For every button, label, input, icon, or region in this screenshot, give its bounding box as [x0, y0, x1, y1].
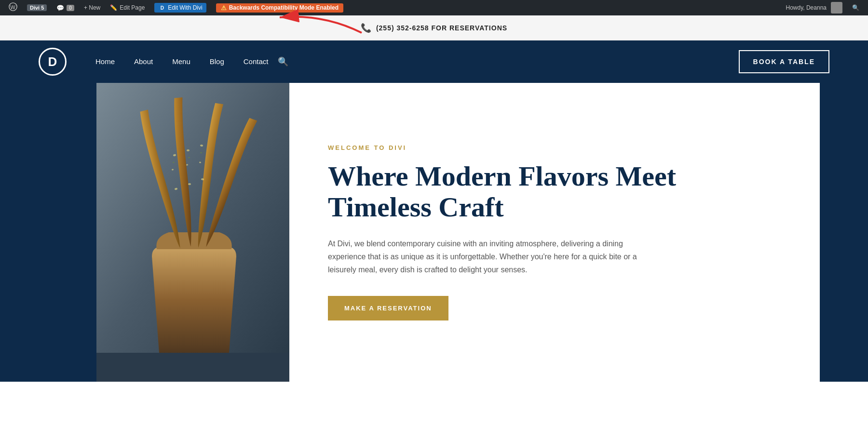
hero-headline: Where Modern Flavors Meet Timeless Craft	[328, 161, 781, 223]
admin-bar: W Divi 5 💬 0 + New ✏️ Edit Page D Edit W…	[0, 0, 868, 15]
nav-link-menu[interactable]: Menu	[172, 57, 190, 66]
nav-item-menu[interactable]: Menu	[172, 57, 190, 66]
divi-d-icon: D	[158, 4, 166, 12]
nav-item-contact[interactable]: Contact	[244, 57, 269, 66]
food-image	[96, 83, 289, 353]
search-admin-item[interactable]: 🔍	[847, 4, 864, 11]
svg-point-15	[188, 157, 190, 158]
edit-with-divi-item[interactable]: D Edit With Divi	[149, 0, 211, 15]
top-info-bar: 📞 (255) 352-6258 FOR RESERVATIONS	[0, 15, 868, 40]
site-logo[interactable]: D	[39, 48, 67, 76]
nav-link-home[interactable]: Home	[95, 57, 115, 66]
main-nav: D Home About Menu Blog Contact 🔍 BOOK A …	[0, 40, 868, 83]
nav-links: Home About Menu Blog Contact	[95, 57, 268, 66]
svg-point-16	[200, 152, 202, 153]
nav-item-about[interactable]: About	[134, 57, 153, 66]
svg-point-14	[173, 162, 175, 163]
nav-search-icon[interactable]: 🔍	[278, 56, 288, 67]
food-svg	[96, 83, 289, 353]
comment-item[interactable]: 💬 0	[52, 0, 79, 15]
nav-item-home[interactable]: Home	[95, 57, 115, 66]
search-admin-icon: 🔍	[852, 4, 859, 11]
svg-text:W: W	[11, 4, 16, 10]
hero-image-column	[96, 83, 289, 382]
divi-version-badge: Divi 5	[27, 4, 47, 11]
new-item[interactable]: + New	[79, 0, 105, 15]
welcome-label: WELCOME TO DIVI	[328, 144, 781, 151]
comment-count-badge: 0	[67, 5, 74, 11]
user-avatar	[831, 2, 842, 13]
nav-link-about[interactable]: About	[134, 57, 153, 66]
howdy-item[interactable]: Howdy, Deanna	[781, 2, 848, 13]
reservation-button[interactable]: MAKE A RESERVATION	[328, 296, 448, 320]
hero-description: At Divi, we blend contemporary cuisine w…	[328, 237, 656, 277]
edit-with-divi-label: Edit With Divi	[168, 4, 202, 11]
hero-section: WELCOME TO DIVI Where Modern Flavors Mee…	[0, 83, 868, 382]
nav-item-blog[interactable]: Blog	[210, 57, 224, 66]
divi-version-item[interactable]: Divi 5	[22, 0, 52, 15]
edit-pencil-icon: ✏️	[110, 4, 117, 11]
hero-content-column: WELCOME TO DIVI Where Modern Flavors Mee…	[289, 83, 820, 382]
warning-icon: ⚠	[221, 4, 227, 12]
hero-right-column	[820, 83, 868, 382]
admin-bar-right: Howdy, Deanna 🔍	[781, 2, 865, 13]
new-label: + New	[84, 4, 100, 11]
nav-link-contact[interactable]: Contact	[244, 57, 269, 66]
red-arrow-annotation	[251, 9, 386, 40]
edit-page-label: Edit Page	[120, 4, 145, 11]
wp-logo-icon: W	[9, 2, 17, 13]
howdy-label: Howdy, Deanna	[786, 4, 827, 11]
book-table-button[interactable]: BOOK A TABLE	[739, 50, 829, 73]
comment-icon: 💬	[56, 4, 64, 12]
nav-link-blog[interactable]: Blog	[210, 57, 224, 66]
phone-number: (255) 352-6258 FOR RESERVATIONS	[376, 24, 507, 32]
wp-logo-item[interactable]: W	[4, 0, 22, 15]
edit-with-divi-badge[interactable]: D Edit With Divi	[154, 3, 206, 13]
edit-page-item[interactable]: ✏️ Edit Page	[105, 0, 149, 15]
